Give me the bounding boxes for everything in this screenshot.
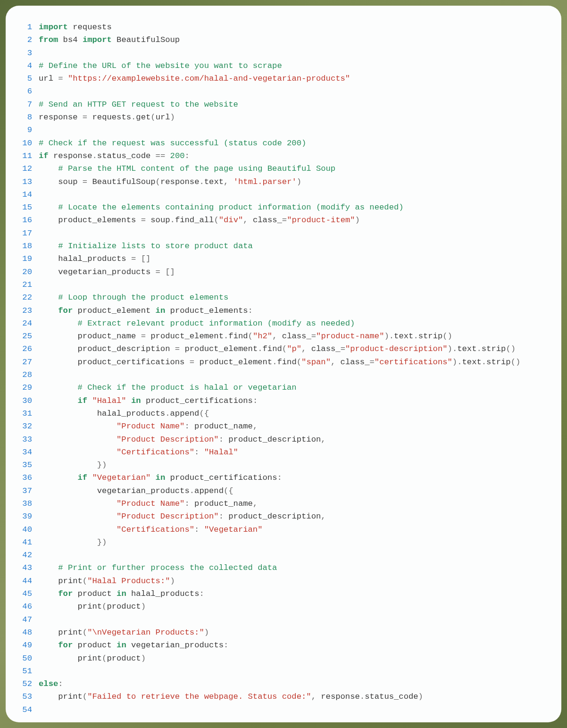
token-sp bbox=[58, 35, 63, 44]
token-op: . bbox=[92, 151, 97, 160]
token-op: ) bbox=[141, 654, 146, 663]
token-sp bbox=[39, 577, 58, 586]
line-number: 8 bbox=[9, 111, 32, 124]
code-line: print("Halal Products:") bbox=[39, 575, 552, 587]
token-op: = bbox=[83, 177, 87, 186]
code-line: for product_element in product_elements: bbox=[39, 304, 552, 317]
token-str: "\nVegetarian Products:" bbox=[87, 628, 204, 637]
token-op: = bbox=[341, 344, 345, 353]
token-id: response bbox=[160, 177, 200, 186]
token-fn: print bbox=[58, 692, 83, 701]
token-op: ({ bbox=[199, 409, 209, 418]
token-sp bbox=[78, 177, 83, 186]
token-id: vegetarian_products bbox=[97, 486, 190, 495]
line-number: 7 bbox=[9, 98, 32, 111]
token-op: : bbox=[194, 448, 199, 457]
code-line: product_certifications = product_element… bbox=[39, 356, 552, 368]
token-kw: in bbox=[131, 396, 141, 405]
token-op: . bbox=[131, 113, 136, 122]
token-op: () bbox=[506, 344, 516, 353]
token-id: product bbox=[107, 654, 141, 663]
code-line: }) bbox=[39, 536, 552, 549]
token-sp bbox=[150, 306, 155, 315]
token-str: "Product Description" bbox=[117, 512, 219, 521]
token-op: = bbox=[141, 216, 146, 225]
token-sp bbox=[39, 589, 58, 598]
token-op: [] bbox=[141, 254, 151, 263]
token-id: append bbox=[170, 409, 200, 418]
token-str: "certifications" bbox=[375, 358, 452, 367]
token-op: ) bbox=[141, 602, 146, 611]
token-op: . bbox=[190, 486, 194, 495]
token-sp bbox=[150, 473, 155, 482]
line-number: 39 bbox=[9, 510, 32, 523]
line-number: 52 bbox=[9, 678, 32, 690]
token-sp bbox=[194, 358, 199, 367]
token-str: "Certifications" bbox=[117, 525, 194, 534]
token-sp bbox=[248, 216, 253, 225]
token-id: product_elements bbox=[58, 216, 136, 225]
token-sp bbox=[112, 641, 117, 650]
code-line: else: bbox=[39, 678, 552, 690]
code-area: 1234567891011121314151617181920212223242… bbox=[6, 21, 552, 716]
token-op: . bbox=[360, 692, 365, 701]
token-id: response bbox=[53, 151, 92, 160]
token-sp bbox=[39, 293, 58, 302]
token-op: ) bbox=[297, 177, 301, 186]
token-id: product_element bbox=[199, 358, 272, 367]
token-sp bbox=[87, 177, 92, 186]
token-id: find bbox=[228, 332, 248, 341]
token-kw: in bbox=[156, 473, 166, 482]
token-str: "span" bbox=[301, 358, 331, 367]
code-line: # Loop through the product elements bbox=[39, 291, 552, 304]
token-id: text bbox=[204, 177, 224, 186]
token-sp bbox=[73, 306, 77, 315]
token-op: ) bbox=[204, 628, 209, 637]
token-sp bbox=[165, 306, 170, 315]
token-op: ( bbox=[248, 332, 253, 341]
token-str: "product-item" bbox=[287, 216, 355, 225]
token-cm: # Initialize lists to store product data bbox=[58, 242, 253, 251]
token-op: = bbox=[156, 268, 160, 276]
token-id: strip bbox=[482, 344, 506, 353]
token-op: , bbox=[253, 422, 258, 431]
line-number: 4 bbox=[9, 59, 32, 72]
token-op: , bbox=[311, 692, 316, 701]
token-id: halal_products bbox=[58, 254, 126, 263]
line-number: 23 bbox=[9, 304, 32, 317]
line-number: 1 bbox=[9, 21, 32, 33]
code-line: # Locate the elements containing product… bbox=[39, 201, 552, 214]
code-line: print("Failed to retrieve the webpage. S… bbox=[39, 690, 552, 703]
token-sp bbox=[39, 216, 58, 225]
token-op: = bbox=[370, 358, 375, 367]
token-sp bbox=[199, 448, 204, 457]
code-line: print(product) bbox=[39, 600, 552, 613]
token-sp bbox=[78, 113, 83, 122]
line-number: 41 bbox=[9, 536, 32, 549]
token-op: () bbox=[511, 358, 521, 367]
token-id: product_description bbox=[78, 344, 170, 353]
token-sp bbox=[39, 164, 58, 173]
token-op: ({ bbox=[224, 486, 233, 495]
token-sp bbox=[126, 396, 131, 405]
token-sp bbox=[73, 589, 77, 598]
token-sp bbox=[126, 589, 131, 598]
token-id: vegetarian_products bbox=[131, 641, 224, 650]
token-sp bbox=[78, 35, 83, 44]
token-sp bbox=[126, 254, 131, 263]
code-line bbox=[39, 703, 552, 716]
token-sp bbox=[141, 396, 146, 405]
token-sp bbox=[39, 628, 58, 637]
token-op: ) bbox=[355, 216, 360, 225]
token-cm: # Check if the request was successful (s… bbox=[39, 139, 306, 148]
token-op: ). bbox=[384, 332, 394, 341]
code-line: "Product Description": product_descripti… bbox=[39, 433, 552, 446]
code-line: soup = BeautifulSoup(response.text, 'htm… bbox=[39, 176, 552, 188]
token-str: "Halal" bbox=[92, 396, 126, 405]
token-sp bbox=[39, 422, 117, 431]
code-line: # Parse the HTML content of the page usi… bbox=[39, 162, 552, 175]
token-sp bbox=[39, 512, 117, 521]
token-id: BeautifulSoup bbox=[117, 35, 180, 44]
token-sp bbox=[53, 74, 58, 83]
line-number: 26 bbox=[9, 343, 32, 355]
